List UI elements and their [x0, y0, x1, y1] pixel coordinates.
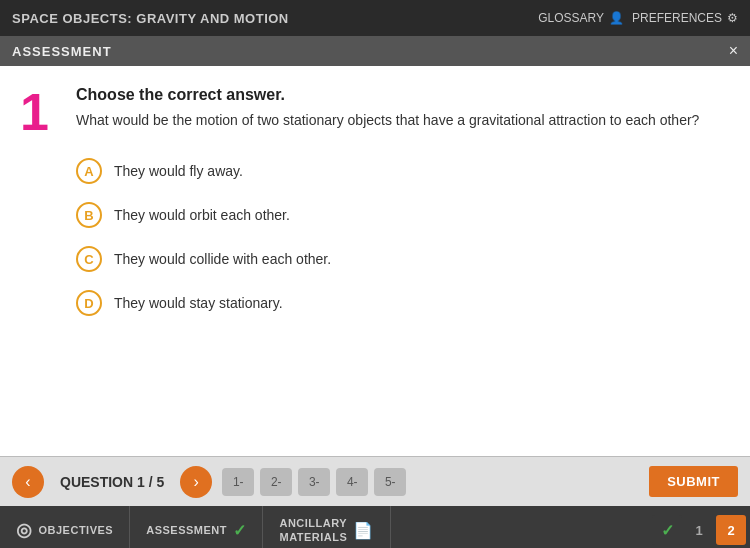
page-dot-2[interactable]: 2-	[260, 468, 292, 496]
bottom-bar: ◎ OBJECTIVES ASSESSMENT ✓ ANCILLARY MATE…	[0, 506, 750, 548]
question-prompt: Choose the correct answer.	[76, 86, 726, 104]
option-a[interactable]: A They would fly away.	[76, 158, 726, 184]
question-body: What would be the motion of two stationa…	[76, 110, 726, 131]
app-title: SPACE OBJECTS: GRAVITY AND MOTION	[12, 11, 289, 26]
assessment-header: ASSESSMENT ×	[0, 36, 750, 66]
option-b-text: They would orbit each other.	[114, 207, 290, 223]
top-bar-actions: GLOSSARY 👤 PREFERENCES ⚙	[538, 11, 738, 25]
nav-bar: ‹ QUESTION 1 / 5 › 1- 2- 3- 4- 5- SUBMIT	[0, 456, 750, 506]
page-dots: 1- 2- 3- 4- 5-	[222, 468, 639, 496]
assessment-panel: ASSESSMENT ×	[0, 36, 750, 66]
objectives-label: OBJECTIVES	[39, 524, 114, 536]
document-icon: 📄	[353, 521, 374, 540]
top-bar: SPACE OBJECTS: GRAVITY AND MOTION GLOSSA…	[0, 0, 750, 36]
next-button[interactable]: ›	[180, 466, 212, 498]
page-check[interactable]: ✓	[652, 515, 682, 545]
preferences-label: PREFERENCES	[632, 11, 722, 25]
assessment-tab-label: ASSESSMENT	[146, 524, 227, 536]
objectives-icon: ◎	[16, 519, 33, 541]
close-button[interactable]: ×	[729, 42, 738, 60]
ancillary-label: ANCILLARY MATERIALS	[279, 516, 347, 545]
page-numbers: ✓ 1 2	[652, 515, 750, 545]
ancillary-tab[interactable]: ANCILLARY MATERIALS 📄	[263, 506, 390, 548]
gear-icon: ⚙	[727, 11, 738, 25]
page-dot-4[interactable]: 4-	[336, 468, 368, 496]
options-list: A They would fly away. B They would orbi…	[76, 158, 726, 316]
submit-button[interactable]: SUBMIT	[649, 466, 738, 497]
question-row: 1 Choose the correct answer. What would …	[20, 86, 726, 138]
question-progress-label: QUESTION 1 / 5	[60, 474, 164, 490]
option-a-circle: A	[76, 158, 102, 184]
page-num-2[interactable]: 2	[716, 515, 746, 545]
question-number: 1	[20, 86, 60, 138]
option-c[interactable]: C They would collide with each other.	[76, 246, 726, 272]
option-d[interactable]: D They would stay stationary.	[76, 290, 726, 316]
main-content: 1 Choose the correct answer. What would …	[0, 66, 750, 456]
option-b-circle: B	[76, 202, 102, 228]
option-d-circle: D	[76, 290, 102, 316]
checkmark-icon: ✓	[233, 521, 247, 540]
objectives-tab[interactable]: ◎ OBJECTIVES	[0, 506, 130, 548]
page-dot-1[interactable]: 1-	[222, 468, 254, 496]
assessment-panel-label: ASSESSMENT	[12, 44, 112, 59]
option-c-text: They would collide with each other.	[114, 251, 331, 267]
assessment-tab[interactable]: ASSESSMENT ✓	[130, 506, 263, 548]
page-dot-5[interactable]: 5-	[374, 468, 406, 496]
page-dot-3[interactable]: 3-	[298, 468, 330, 496]
person-icon: 👤	[609, 11, 624, 25]
question-text-block: Choose the correct answer. What would be…	[76, 86, 726, 131]
glossary-label: GLOSSARY	[538, 11, 604, 25]
option-b[interactable]: B They would orbit each other.	[76, 202, 726, 228]
preferences-button[interactable]: PREFERENCES ⚙	[632, 11, 738, 25]
option-a-text: They would fly away.	[114, 163, 243, 179]
prev-button[interactable]: ‹	[12, 466, 44, 498]
glossary-button[interactable]: GLOSSARY 👤	[538, 11, 624, 25]
page-num-1[interactable]: 1	[684, 515, 714, 545]
option-c-circle: C	[76, 246, 102, 272]
option-d-text: They would stay stationary.	[114, 295, 283, 311]
